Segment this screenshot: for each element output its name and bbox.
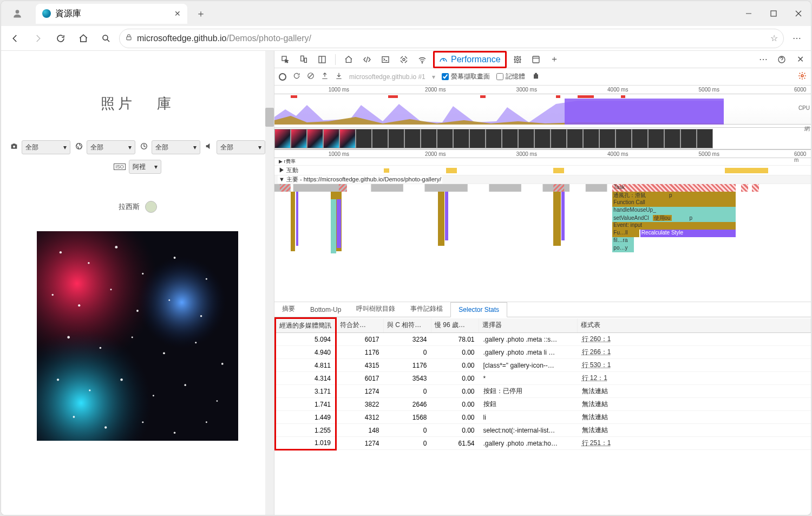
shutter-select[interactable]: 全部▾ <box>152 140 200 154</box>
filmstrip-frame[interactable] <box>599 129 615 148</box>
settings-icon[interactable] <box>798 71 807 82</box>
filmstrip-frame[interactable] <box>632 129 648 148</box>
tab-calltree[interactable]: 呼叫樹狀目錄 <box>349 301 403 317</box>
filmstrip-frame[interactable] <box>664 129 680 148</box>
memory-icon[interactable] <box>510 52 525 67</box>
flame-chart[interactable]: Task 通風孔：滑鼠 p Function Call handleMouseU… <box>274 184 811 302</box>
filmstrip-frame[interactable] <box>388 129 404 148</box>
address-bar[interactable]: microsoftedge.github.io/Demos/photo-gall… <box>119 29 784 48</box>
more-icon[interactable]: ⋯ <box>756 52 771 67</box>
col-sheet[interactable]: 樣式表 <box>578 318 811 333</box>
forward-button[interactable] <box>28 29 48 48</box>
camera-icon <box>10 142 18 153</box>
sources-icon[interactable] <box>396 52 411 67</box>
filmstrip-frame[interactable] <box>339 129 356 148</box>
maximize-button[interactable] <box>761 1 786 26</box>
aperture-select[interactable]: 全部▾ <box>87 140 135 154</box>
table-row[interactable]: 1.741382226460.00按鈕無法連結 <box>276 398 811 411</box>
upload-button[interactable] <box>321 72 329 81</box>
table-row[interactable]: 4.940117600.00.gallery .photo .meta li …… <box>276 346 811 359</box>
console-icon[interactable] <box>378 52 393 67</box>
filmstrip-frame[interactable] <box>323 129 339 148</box>
filmstrip-frame[interactable] <box>453 129 469 148</box>
col-selector[interactable]: 選擇器 <box>479 318 578 333</box>
filmstrip-frame[interactable] <box>680 129 697 148</box>
filmstrip-frame[interactable] <box>469 129 486 148</box>
minimize-button[interactable] <box>736 1 761 26</box>
close-window-button[interactable] <box>786 1 811 26</box>
filmstrip-frame[interactable] <box>518 129 534 148</box>
favorite-icon[interactable]: ☆ <box>770 33 778 43</box>
table-row[interactable]: 1.0191274061.54.gallery .photo .meta:ho…… <box>276 437 811 450</box>
timeline[interactable]: 1000 ms 2000 ms 3000 ms 4000 ms 5000 ms … <box>274 86 811 302</box>
filmstrip-frame[interactable] <box>274 129 291 148</box>
clear-button[interactable] <box>307 72 315 81</box>
welcome-icon[interactable] <box>341 52 356 67</box>
reload-button[interactable] <box>293 72 300 81</box>
table-row[interactable]: 5.0946017323478.01.gallery .photo .meta … <box>276 333 811 346</box>
filmstrip-frame[interactable] <box>697 129 713 148</box>
elements-icon[interactable] <box>359 52 375 67</box>
recording-name[interactable]: microsoftedge.github.io #1 <box>349 73 425 81</box>
tab-summary[interactable]: 摘要 <box>274 301 303 317</box>
close-tab-icon[interactable]: ✕ <box>174 9 181 18</box>
filmstrip-frame[interactable] <box>583 129 599 148</box>
col-elapsed[interactable]: 經過的多媒體簡訊 <box>276 318 336 333</box>
iso-icon: ISO <box>114 164 126 170</box>
col-cmatch[interactable]: 與 C 相符… <box>384 318 431 333</box>
sound-select[interactable]: 全部▾ <box>217 140 265 154</box>
memory-checkbox[interactable]: 記憶體 <box>496 72 525 81</box>
filmstrip-frame[interactable] <box>534 129 551 148</box>
table-row[interactable]: 4.811431511760.00[class*=" gallery-icon-… <box>276 359 811 372</box>
table-row[interactable]: 4.314601735430.00*行 12：1 <box>276 372 811 385</box>
back-button[interactable] <box>5 29 25 48</box>
download-button[interactable] <box>335 72 343 81</box>
gc-button[interactable] <box>532 71 540 82</box>
filmstrip-frame[interactable] <box>291 129 307 148</box>
filmstrip-frame[interactable] <box>404 129 421 148</box>
filmstrip-frame[interactable] <box>486 129 502 148</box>
table-row[interactable]: 1.449431215680.00li無法連結 <box>276 411 811 424</box>
new-tab-button[interactable]: ＋ <box>192 4 210 23</box>
tab-selectorstats[interactable]: Selector Stats <box>450 302 507 317</box>
slider-thumb[interactable] <box>145 201 157 213</box>
filmstrip-frame[interactable] <box>437 129 453 148</box>
menu-button[interactable]: ⋯ <box>787 29 807 48</box>
table-row[interactable]: 3.171127400.00按鈕：已停用無法連結 <box>276 385 811 398</box>
filmstrip-frame[interactable] <box>421 129 437 148</box>
col-slow[interactable]: 慢 96 歲… <box>431 318 479 333</box>
close-devtools-icon[interactable]: ✕ <box>793 52 808 67</box>
filmstrip-frame[interactable] <box>567 129 583 148</box>
filmstrip-frame[interactable] <box>372 129 388 148</box>
scrollbar-thumb[interactable] <box>265 108 274 127</box>
col-match[interactable]: 符合於… <box>336 318 384 333</box>
device-icon[interactable] <box>296 52 311 67</box>
filmstrip-frame[interactable] <box>502 129 518 148</box>
filmstrip-frame[interactable] <box>615 129 632 148</box>
tab-eventlog[interactable]: 事件記錄檔 <box>403 301 450 317</box>
more-tabs-icon[interactable]: ＋ <box>547 52 562 67</box>
inspect-icon[interactable] <box>278 52 293 67</box>
refresh-button[interactable] <box>51 29 70 48</box>
profile-button[interactable] <box>1 8 34 19</box>
screenshot-checkbox[interactable]: 螢幕擷取畫面 <box>442 72 490 81</box>
performance-tab[interactable]: Performance <box>433 51 507 68</box>
search-button[interactable] <box>96 29 116 48</box>
home-button[interactable] <box>74 29 93 48</box>
dock-icon[interactable] <box>315 52 330 67</box>
photo-thumbnail[interactable] <box>35 229 240 443</box>
application-icon[interactable] <box>528 52 543 67</box>
tab-bottomup[interactable]: Bottom-Up <box>303 303 349 317</box>
selector-stats-table[interactable]: 經過的多媒體簡訊 符合於… 與 C 相符… 慢 96 歲… 選擇器 樣式表 5.… <box>274 317 811 450</box>
filmstrip-frame[interactable] <box>551 129 567 148</box>
iso-select[interactable]: 阿裡▾ <box>129 160 161 174</box>
table-row[interactable]: 1.25514800.00select:not(:-internal-list…… <box>276 424 811 437</box>
filmstrip-frame[interactable] <box>356 129 372 148</box>
network-icon[interactable] <box>415 52 430 67</box>
help-icon[interactable] <box>774 52 789 67</box>
camera-select[interactable]: 全部▾ <box>22 140 70 154</box>
filmstrip-frame[interactable] <box>648 129 664 148</box>
record-button[interactable] <box>279 73 286 81</box>
browser-tab[interactable]: 資源庫 ✕ <box>36 4 187 24</box>
filmstrip-frame[interactable] <box>307 129 323 148</box>
